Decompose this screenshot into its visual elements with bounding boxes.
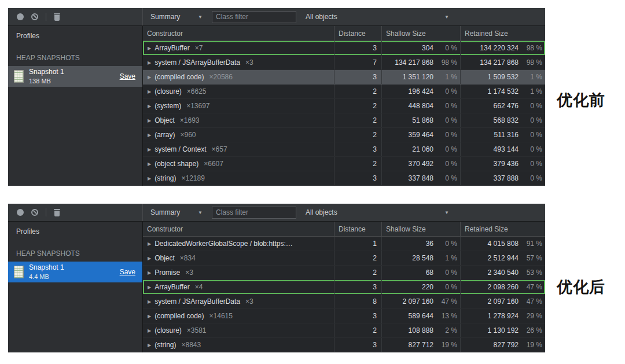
profiles-title: Profiles (8, 222, 142, 236)
disclosure-triangle-icon[interactable]: ▶ (148, 314, 151, 319)
constructor-cell: ▶(string)×12189 (143, 171, 334, 185)
instance-count: ×8843 (182, 341, 201, 349)
trash-icon[interactable] (54, 13, 60, 21)
view-mode-select[interactable]: Summary ▼ (146, 204, 207, 221)
shallow-size-percent: 0 % (433, 145, 457, 153)
shallow-size-cell: 134 217 86898 % (381, 56, 460, 69)
shallow-size-value: 827 712 (409, 341, 433, 349)
constructor-cell: ▶(array)×960 (143, 128, 334, 142)
constructor-cell: ▶DedicatedWorkerGlobalScope / blob:https… (143, 237, 334, 251)
disclosure-triangle-icon[interactable]: ▶ (148, 285, 151, 290)
disclosure-triangle-icon[interactable]: ▶ (148, 256, 151, 261)
disclosure-triangle-icon[interactable]: ▶ (148, 104, 151, 109)
disclosure-triangle-icon[interactable]: ▶ (148, 75, 151, 80)
table-row[interactable]: ▶(string)×88433827 71219 %827 79219 % (143, 338, 545, 352)
table-row[interactable]: ▶(closure)×66252196 4240 %1 174 5321 % (143, 84, 545, 99)
snapshot-size: 138 MB (29, 78, 120, 84)
class-filter-input[interactable] (212, 11, 296, 23)
table-row[interactable]: ▶(compiled code)×2058631 351 1201 %1 509… (143, 70, 545, 84)
column-header-constructor[interactable]: Constructor (143, 26, 334, 41)
profiles-toolbar (8, 204, 143, 221)
constructor-name: system / JSArrayBufferData (155, 297, 240, 306)
heap-snapshots-section-title: HEAP SNAPSHOTS (8, 249, 142, 258)
instance-count: ×3 (245, 297, 253, 306)
object-scope-select[interactable]: All objects ▼ (302, 204, 453, 221)
toolbar-divider (46, 13, 46, 21)
instance-count: ×3 (245, 58, 253, 67)
table-row[interactable]: ▶(array)×9602359 4640 %511 3160 % (143, 128, 545, 142)
snapshot-item[interactable]: Snapshot 1 138 MB Save (8, 66, 142, 87)
disclosure-triangle-icon[interactable]: ▶ (148, 343, 151, 348)
disclosure-triangle-icon[interactable]: ▶ (148, 147, 151, 152)
shallow-size-cell: 360 % (381, 237, 460, 251)
retained-size-value: 134 220 324 (480, 44, 519, 52)
constructor-name: (compiled code) (155, 73, 204, 81)
distance-value: 7 (334, 56, 381, 69)
retained-size-percent: 47 % (519, 283, 542, 291)
disclosure-triangle-icon[interactable]: ▶ (148, 60, 151, 65)
shallow-size-percent: 2 % (433, 326, 457, 334)
record-icon[interactable] (17, 209, 24, 216)
disclosure-triangle-icon[interactable]: ▶ (148, 176, 151, 181)
instance-count: ×3581 (187, 326, 207, 334)
disclosure-triangle-icon[interactable]: ▶ (148, 118, 151, 123)
table-row[interactable]: ▶(closure)×35812108 8882 %1 130 19226 % (143, 323, 545, 338)
clear-icon[interactable] (31, 209, 38, 216)
retained-size-cell: 4 015 80891 % (460, 237, 545, 251)
table-row[interactable]: ▶Object×834228 5481 %2 512 94457 % (143, 251, 545, 266)
table-row[interactable]: ▶Object×1693251 8680 %568 8320 % (143, 113, 545, 128)
save-link[interactable]: Save (120, 72, 135, 80)
retained-size-percent: 0 % (519, 102, 542, 110)
table-row[interactable]: ▶(compiled code)×146153589 64413 %1 278 … (143, 309, 545, 323)
column-header-retained-size[interactable]: Retained Size (460, 26, 545, 41)
shallow-size-cell: 3040 % (381, 41, 460, 55)
table-row[interactable]: ▶Promise×32680 %2 340 54053 % (143, 266, 545, 280)
disclosure-triangle-icon[interactable]: ▶ (148, 328, 151, 333)
distance-value: 2 (334, 113, 381, 127)
save-link[interactable]: Save (120, 268, 135, 276)
column-header-shallow-size[interactable]: Shallow Size (381, 26, 460, 41)
disclosure-triangle-icon[interactable]: ▶ (148, 270, 151, 275)
shallow-size-percent: 0 % (433, 87, 457, 95)
disclosure-triangle-icon[interactable]: ▶ (148, 161, 151, 167)
distance-value: 3 (334, 142, 381, 156)
snapshot-item[interactable]: Snapshot 1 4.4 MB Save (8, 262, 142, 282)
constructor-cell: ▶(compiled code)×20586 (143, 70, 334, 84)
grid-header: Constructor Distance Shallow Size Retain… (143, 26, 545, 41)
column-header-retained-size[interactable]: Retained Size (460, 222, 545, 236)
column-header-constructor[interactable]: Constructor (143, 222, 334, 236)
column-header-distance[interactable]: Distance (334, 26, 381, 41)
table-row[interactable]: ▶(system)×136972448 8040 %662 4760 % (143, 99, 545, 113)
column-header-distance[interactable]: Distance (334, 222, 381, 236)
class-filter-input[interactable] (212, 207, 296, 219)
disclosure-triangle-icon[interactable]: ▶ (148, 46, 151, 51)
disclosure-triangle-icon[interactable]: ▶ (148, 133, 151, 138)
table-row[interactable]: ▶DedicatedWorkerGlobalScope / blob:https… (143, 237, 545, 251)
table-row[interactable]: ▶ArrayBuffer×432200 %2 098 26047 % (143, 280, 545, 295)
record-icon[interactable] (17, 13, 24, 20)
table-row[interactable]: ▶system / Context×657321 0600 %493 1440 … (143, 142, 545, 157)
disclosure-triangle-icon[interactable]: ▶ (148, 299, 151, 304)
trash-icon[interactable] (54, 208, 60, 216)
shallow-size-percent: 13 % (433, 312, 457, 320)
table-row[interactable]: ▶system / JSArrayBufferData×382 097 1604… (143, 295, 545, 309)
disclosure-triangle-icon[interactable]: ▶ (148, 89, 151, 94)
retained-size-value: 827 792 (494, 341, 519, 349)
view-toolbar: Summary ▼ All objects ▼ (143, 204, 545, 221)
shallow-size-percent: 1 % (433, 73, 457, 81)
constructor-name: Object (155, 116, 175, 124)
clear-icon[interactable] (31, 13, 38, 20)
shallow-size-percent: 0 % (433, 269, 457, 277)
view-mode-select[interactable]: Summary ▼ (146, 8, 207, 25)
table-row[interactable]: ▶system / JSArrayBufferData×37134 217 86… (143, 56, 545, 70)
table-row[interactable]: ▶(object shape)×66072370 4920 %379 4360 … (143, 157, 545, 171)
table-row[interactable]: ▶(string)×121893337 8480 %337 8880 % (143, 171, 545, 186)
shallow-size-value: 370 492 (409, 160, 433, 168)
disclosure-triangle-icon[interactable]: ▶ (148, 241, 151, 247)
retained-size-value: 2 512 944 (488, 254, 519, 262)
column-header-shallow-size[interactable]: Shallow Size (381, 222, 460, 236)
object-scope-select[interactable]: All objects ▼ (302, 8, 453, 25)
retained-size-percent: 29 % (519, 312, 542, 320)
table-row[interactable]: ▶ArrayBuffer×733040 %134 220 32498 % (143, 41, 545, 56)
shallow-size-percent: 0 % (433, 174, 457, 182)
